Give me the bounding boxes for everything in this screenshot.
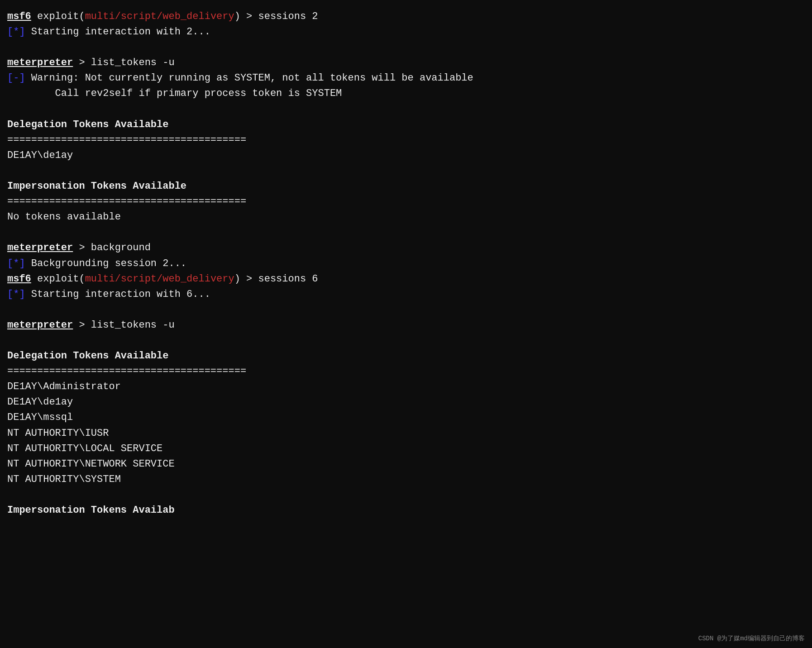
info-bracket: [*] (7, 289, 25, 300)
terminal-line: meterpreter > background (7, 240, 805, 256)
msf-prefix: msf6 (7, 11, 31, 22)
token-entry: NT AUTHORITY\LOCAL SERVICE (7, 441, 805, 457)
separator-line: ======================================== (7, 133, 805, 148)
token-entry: NT AUTHORITY\NETWORK SERVICE (7, 457, 805, 472)
impersonation-tokens-header: Impersonation Tokens Available (7, 179, 805, 194)
terminal-line: [*] Starting interaction with 2... (7, 24, 805, 40)
terminal-line-empty (7, 333, 805, 348)
msf-prefix: msf6 (7, 273, 31, 285)
terminal-line-empty (7, 163, 805, 179)
terminal-line: meterpreter > list_tokens -u (7, 55, 805, 71)
token-entry: DE1AY\de1ay (7, 395, 805, 410)
terminal-line: [-] Warning: Not currently running as SY… (7, 71, 805, 86)
exploit-module: multi/script/web_delivery (85, 273, 234, 285)
terminal-line: [*] Starting interaction with 6... (7, 287, 805, 302)
token-entry: NT AUTHORITY\IUSR (7, 426, 805, 441)
exploit-module: multi/script/web_delivery (85, 11, 234, 22)
warning-bracket: [-] (7, 72, 25, 84)
terminal-window: msf6 exploit(multi/script/web_delivery) … (7, 9, 805, 648)
terminal-line-empty (7, 487, 805, 503)
token-entry: DE1AY\mssql (7, 410, 805, 425)
no-tokens-message: No tokens available (7, 210, 805, 225)
meterpreter-prefix: meterpreter (7, 319, 73, 331)
token-entry: DE1AY\Administrator (7, 379, 805, 395)
separator-line: ======================================== (7, 364, 805, 379)
terminal-line-empty (7, 225, 805, 240)
token-entry: NT AUTHORITY\SYSTEM (7, 472, 805, 487)
info-bracket: [*] (7, 26, 25, 38)
delegation-tokens-header-2: Delegation Tokens Available (7, 348, 805, 364)
terminal-line: msf6 exploit(multi/script/web_delivery) … (7, 9, 805, 24)
terminal-line: Call rev2self if primary process token i… (7, 86, 805, 101)
info-bracket: [*] (7, 258, 25, 269)
watermark: CSDN @为了媒md编辑器到自己的博客 (698, 634, 805, 643)
delegation-tokens-header: Delegation Tokens Available (7, 117, 805, 133)
meterpreter-prefix: meterpreter (7, 57, 73, 68)
terminal-line-empty (7, 302, 805, 318)
token-entry: DE1AY\de1ay (7, 148, 805, 163)
terminal-line: [*] Backgrounding session 2... (7, 256, 805, 272)
separator-line: ======================================== (7, 194, 805, 210)
terminal-line-empty (7, 102, 805, 117)
terminal-line: msf6 exploit(multi/script/web_delivery) … (7, 272, 805, 287)
terminal-line: meterpreter > list_tokens -u (7, 318, 805, 333)
impersonation-tokens-header-2: Impersonation Tokens Availab (7, 503, 805, 518)
meterpreter-prefix: meterpreter (7, 242, 73, 253)
terminal-line-empty (7, 40, 805, 55)
